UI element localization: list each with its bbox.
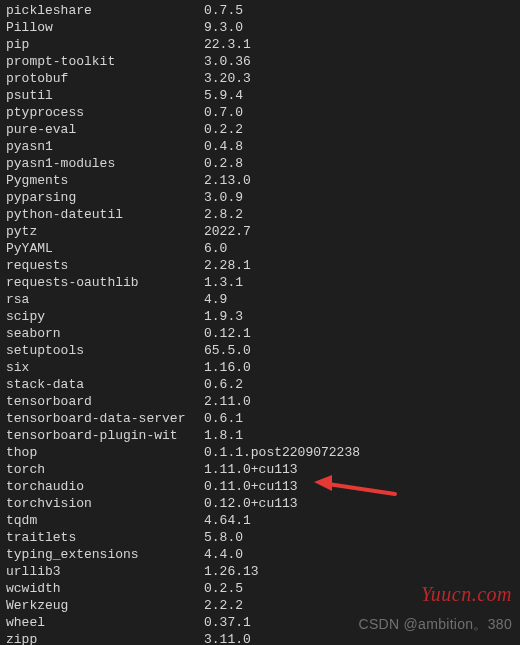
package-row: setuptools65.5.0: [6, 342, 514, 359]
package-version: 4.4.0: [204, 546, 514, 563]
package-name: prompt-toolkit: [6, 53, 204, 70]
package-version: 2.8.2: [204, 206, 514, 223]
package-name: six: [6, 359, 204, 376]
package-row: protobuf3.20.3: [6, 70, 514, 87]
package-row: stack-data0.6.2: [6, 376, 514, 393]
package-version: 3.11.0: [204, 631, 514, 645]
package-name: urllib3: [6, 563, 204, 580]
package-name: rsa: [6, 291, 204, 308]
package-version: 3.20.3: [204, 70, 514, 87]
package-row: urllib31.26.13: [6, 563, 514, 580]
package-row: Pillow9.3.0: [6, 19, 514, 36]
package-version: 1.16.0: [204, 359, 514, 376]
package-name: requests: [6, 257, 204, 274]
package-row: tensorboard2.11.0: [6, 393, 514, 410]
package-version: 2.13.0: [204, 172, 514, 189]
package-version: 0.2.5: [204, 580, 514, 597]
package-name: pyasn1-modules: [6, 155, 204, 172]
package-row: prompt-toolkit3.0.36: [6, 53, 514, 70]
package-name: pure-eval: [6, 121, 204, 138]
package-name: tensorboard: [6, 393, 204, 410]
package-row: zipp3.11.0: [6, 631, 514, 645]
package-version: 0.6.1: [204, 410, 514, 427]
package-version: 1.3.1: [204, 274, 514, 291]
package-name: torch: [6, 461, 204, 478]
package-row: requests2.28.1: [6, 257, 514, 274]
package-row: pyasn1-modules0.2.8: [6, 155, 514, 172]
package-version: 65.5.0: [204, 342, 514, 359]
package-version: 9.3.0: [204, 19, 514, 36]
package-row: torch1.11.0+cu113: [6, 461, 514, 478]
package-row: Werkzeug2.2.2: [6, 597, 514, 614]
package-name: psutil: [6, 87, 204, 104]
package-row: python-dateutil2.8.2: [6, 206, 514, 223]
package-row: rsa4.9: [6, 291, 514, 308]
package-name: wheel: [6, 614, 204, 631]
package-version: 1.26.13: [204, 563, 514, 580]
package-name: pip: [6, 36, 204, 53]
package-row: seaborn0.12.1: [6, 325, 514, 342]
package-row: ptyprocess0.7.0: [6, 104, 514, 121]
package-row: Pygments2.13.0: [6, 172, 514, 189]
package-version: 0.11.0+cu113: [204, 478, 514, 495]
package-row: tensorboard-plugin-wit1.8.1: [6, 427, 514, 444]
package-version: 4.9: [204, 291, 514, 308]
package-version: 0.12.0+cu113: [204, 495, 514, 512]
package-row: requests-oauthlib1.3.1: [6, 274, 514, 291]
package-name: zipp: [6, 631, 204, 645]
package-version: 22.3.1: [204, 36, 514, 53]
package-name: pytz: [6, 223, 204, 240]
package-row: traitlets5.8.0: [6, 529, 514, 546]
package-name: stack-data: [6, 376, 204, 393]
package-row: thop0.1.1.post2209072238: [6, 444, 514, 461]
package-row: torchvision0.12.0+cu113: [6, 495, 514, 512]
package-version: 0.2.8: [204, 155, 514, 172]
package-row: six1.16.0: [6, 359, 514, 376]
package-row: pyasn10.4.8: [6, 138, 514, 155]
package-row: pure-eval0.2.2: [6, 121, 514, 138]
package-version: 1.11.0+cu113: [204, 461, 514, 478]
package-name: protobuf: [6, 70, 204, 87]
package-name: torchvision: [6, 495, 204, 512]
package-name: Pygments: [6, 172, 204, 189]
package-row: scipy1.9.3: [6, 308, 514, 325]
package-version: 0.4.8: [204, 138, 514, 155]
package-version: 6.0: [204, 240, 514, 257]
terminal-output: pickleshare0.7.5Pillow9.3.0pip22.3.1prom…: [0, 0, 520, 645]
package-version: 5.8.0: [204, 529, 514, 546]
package-name: torchaudio: [6, 478, 204, 495]
package-version: 3.0.36: [204, 53, 514, 70]
package-name: Werkzeug: [6, 597, 204, 614]
package-row: tensorboard-data-server0.6.1: [6, 410, 514, 427]
package-name: wcwidth: [6, 580, 204, 597]
package-row: pip22.3.1: [6, 36, 514, 53]
package-version: 0.7.5: [204, 2, 514, 19]
package-version: 0.7.0: [204, 104, 514, 121]
package-row: tqdm4.64.1: [6, 512, 514, 529]
package-row: PyYAML6.0: [6, 240, 514, 257]
package-version: 0.37.1: [204, 614, 514, 631]
package-row: psutil5.9.4: [6, 87, 514, 104]
package-name: ptyprocess: [6, 104, 204, 121]
package-version: 1.8.1: [204, 427, 514, 444]
package-version: 5.9.4: [204, 87, 514, 104]
package-version: 0.2.2: [204, 121, 514, 138]
package-name: pickleshare: [6, 2, 204, 19]
package-version: 0.12.1: [204, 325, 514, 342]
package-name: tensorboard-plugin-wit: [6, 427, 204, 444]
package-name: pyparsing: [6, 189, 204, 206]
package-row: torchaudio0.11.0+cu113: [6, 478, 514, 495]
package-row: pytz2022.7: [6, 223, 514, 240]
package-version: 2022.7: [204, 223, 514, 240]
package-version: 2.11.0: [204, 393, 514, 410]
package-version: 2.28.1: [204, 257, 514, 274]
package-version: 0.6.2: [204, 376, 514, 393]
package-name: setuptools: [6, 342, 204, 359]
package-name: tensorboard-data-server: [6, 410, 204, 427]
package-name: python-dateutil: [6, 206, 204, 223]
package-name: seaborn: [6, 325, 204, 342]
package-name: PyYAML: [6, 240, 204, 257]
package-row: wheel0.37.1: [6, 614, 514, 631]
package-name: Pillow: [6, 19, 204, 36]
package-version: 3.0.9: [204, 189, 514, 206]
